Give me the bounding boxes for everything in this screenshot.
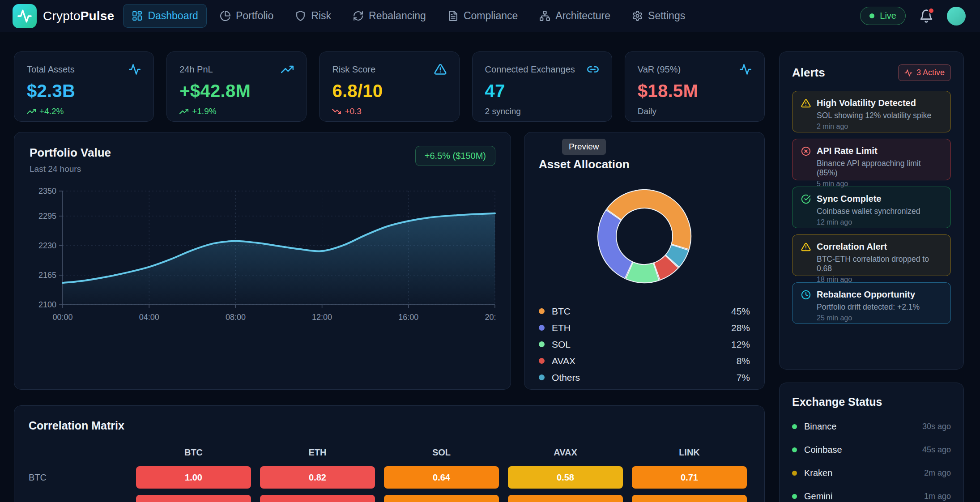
correlation-cell: 0.58 <box>508 466 623 489</box>
network-icon <box>539 10 550 21</box>
correlation-cell-partial <box>260 495 375 502</box>
alert-desc: Coinbase wallet synchronized <box>817 207 942 216</box>
alert-title: High Volatility Detected <box>817 98 916 108</box>
alert-triangle-icon <box>434 63 447 76</box>
stats-row: Total Assets $2.3B +4.2% 24h PnL +$42.8M… <box>14 51 765 122</box>
nav-item-architecture[interactable]: Architecture <box>531 4 619 28</box>
nav-item-rebalancing[interactable]: Rebalancing <box>344 4 435 28</box>
trending-down-icon <box>332 107 341 116</box>
brand: CryptoPulse <box>13 4 114 28</box>
live-dot <box>869 13 874 18</box>
correlation-title: Correlation Matrix <box>29 419 750 432</box>
notifications-bell[interactable] <box>919 9 933 23</box>
svg-text:04:00: 04:00 <box>139 313 159 322</box>
nav-item-compliance[interactable]: Compliance <box>439 4 526 28</box>
alert-correlation[interactable]: Correlation Alert BTC-ETH correlation dr… <box>792 234 951 276</box>
allocation-legend: BTC45% ETH28% SOL12% AVAX8% Others7% <box>539 303 750 386</box>
pulse-icon <box>17 9 32 24</box>
refresh-icon <box>353 10 364 21</box>
main-content: Total Assets $2.3B +4.2% 24h PnL +$42.8M… <box>0 32 980 502</box>
legend-dot <box>539 374 545 380</box>
svg-text:20:00: 20:00 <box>485 313 496 322</box>
notification-dot <box>928 8 934 14</box>
alert-high-volatility[interactable]: High Volatility Detected SOL showing 12%… <box>792 91 951 132</box>
svg-text:00:00: 00:00 <box>52 313 72 322</box>
alert-time: 12 min ago <box>817 218 942 226</box>
nav-item-risk[interactable]: Risk <box>286 4 340 28</box>
nav-label: Risk <box>311 10 331 22</box>
nav-item-portfolio[interactable]: Portfolio <box>211 4 282 28</box>
pulse-icon <box>904 69 912 77</box>
stat-label: Risk Score <box>332 64 375 75</box>
nav-label: Compliance <box>464 10 518 22</box>
svg-text:08:00: 08:00 <box>226 313 246 322</box>
warning-triangle-icon <box>801 98 811 108</box>
correlation-column-header: AVAX <box>508 447 623 460</box>
x-circle-icon <box>801 146 811 156</box>
correlation-cell-partial <box>384 495 499 502</box>
file-text-icon <box>447 10 459 21</box>
stat-value: $2.3B <box>27 81 141 101</box>
shield-icon <box>295 10 306 21</box>
svg-text:12:00: 12:00 <box>312 313 332 322</box>
correlation-cell-partial <box>632 495 747 502</box>
stat-value: +$42.8M <box>179 81 294 101</box>
legend-dot <box>539 358 545 364</box>
legend-item-btc: BTC45% <box>539 303 750 319</box>
preview-tooltip: Preview <box>562 139 606 155</box>
trending-up-icon <box>281 63 294 76</box>
clock-icon <box>801 290 811 300</box>
alert-sync-complete[interactable]: Sync Complete Coinbase wallet synchroniz… <box>792 187 951 228</box>
stat-value: $18.5M <box>638 81 752 101</box>
alerts-title: Alerts <box>792 66 825 80</box>
legend-item-sol: SOL12% <box>539 336 750 353</box>
nav-item-dashboard[interactable]: Dashboard <box>123 4 207 28</box>
correlation-cell: 0.71 <box>632 466 747 489</box>
layout-grid-icon <box>132 10 143 21</box>
alert-api-rate-limit[interactable]: API Rate Limit Binance API approaching l… <box>792 139 951 180</box>
live-status-badge: Live <box>860 7 906 25</box>
nav-label: Rebalancing <box>369 10 426 22</box>
stat-sub: +0.3 <box>332 106 446 116</box>
portfolio-title: Portfolio Value <box>30 146 111 160</box>
correlation-column-header: LINK <box>632 447 747 460</box>
nav-label: Settings <box>648 10 685 22</box>
portfolio-subtitle: Last 24 hours <box>30 164 111 174</box>
stat-card-total-assets: Total Assets $2.3B +4.2% <box>14 51 154 122</box>
legend-item-others: Others7% <box>539 369 750 386</box>
alert-desc: SOL showing 12% volatility spike <box>817 111 942 120</box>
alerts-panel: Alerts 3 Active High Volatility Detected… <box>779 51 964 370</box>
alert-desc: Binance API approaching limit (85%) <box>817 159 942 178</box>
allocation-donut-chart <box>593 185 696 288</box>
legend-dot <box>539 308 545 314</box>
trending-up-icon <box>179 107 188 116</box>
brand-name: CryptoPulse <box>43 9 114 23</box>
stat-sub: +4.2% <box>27 106 141 116</box>
exchange-row-gemini: Gemini 1m ago <box>792 491 951 502</box>
nav-item-settings[interactable]: Settings <box>623 4 694 28</box>
alert-time: 25 min ago <box>817 314 942 322</box>
donut-slice-eth <box>598 210 633 278</box>
warning-triangle-icon <box>801 242 811 252</box>
correlation-row-label: BTC <box>29 472 127 483</box>
legend-item-avax: AVAX8% <box>539 353 750 369</box>
cryptopulse-logo <box>13 4 37 28</box>
correlation-matrix-card: Correlation Matrix BTCETHSOLAVAXLINKBTC1… <box>14 405 765 502</box>
exchange-row-binance: Binance 30s ago <box>792 421 951 432</box>
svg-text:2295: 2295 <box>38 212 56 221</box>
nav-label: Portfolio <box>236 10 273 22</box>
user-avatar[interactable] <box>947 7 966 26</box>
top-navbar: CryptoPulse Dashboard Portfolio Risk Reb… <box>0 0 980 32</box>
svg-text:2165: 2165 <box>38 271 56 280</box>
correlation-cell-partial <box>508 495 623 502</box>
alert-rebalance-opportunity[interactable]: Rebalance Opportunity Portfolio drift de… <box>792 282 951 324</box>
alerts-active-badge: 3 Active <box>898 64 951 81</box>
alert-title: Correlation Alert <box>817 242 887 252</box>
activity-icon <box>128 63 141 76</box>
correlation-heatmap: BTCETHSOLAVAXLINKBTC1.000.820.640.580.71 <box>29 447 750 502</box>
alert-title: API Rate Limit <box>817 146 878 156</box>
legend-item-eth: ETH28% <box>539 319 750 336</box>
nav-label: Architecture <box>555 10 610 22</box>
correlation-column-header: BTC <box>136 447 251 460</box>
svg-text:2350: 2350 <box>38 187 56 196</box>
